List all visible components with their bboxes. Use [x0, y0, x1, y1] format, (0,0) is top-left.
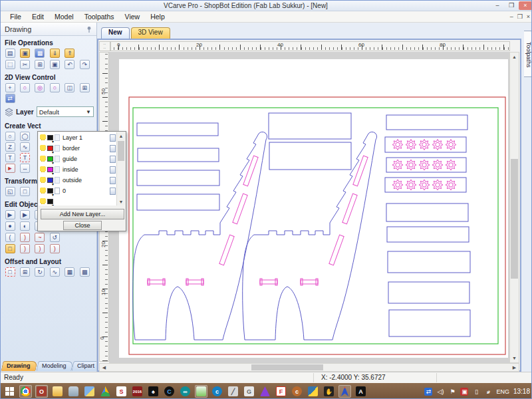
- layer-row-item-partial[interactable]: [39, 196, 117, 205]
- open-file-icon[interactable]: [20, 49, 30, 58]
- tab-clipart[interactable]: Clipart: [71, 361, 97, 371]
- child-minimize-button[interactable]: –: [510, 13, 513, 20]
- copy-icon[interactable]: [35, 60, 45, 69]
- subtract-icon[interactable]: [20, 221, 30, 231]
- layer-color-swatch[interactable]: [47, 199, 53, 204]
- layer-row-item[interactable]: Layer 1: [39, 132, 117, 143]
- join-icon[interactable]: [20, 233, 30, 242]
- split-view-icon[interactable]: [80, 83, 90, 92]
- reverse-icon[interactable]: [50, 233, 60, 242]
- file-explorer-icon[interactable]: [51, 385, 64, 398]
- grid-array-icon[interactable]: [20, 267, 30, 277]
- curve-fit-icon[interactable]: [35, 233, 45, 242]
- node-corner-icon[interactable]: [50, 244, 60, 253]
- new-file-icon[interactable]: [5, 49, 15, 58]
- select-all-icon[interactable]: [5, 60, 15, 69]
- layer-select-icon[interactable]: [110, 156, 116, 163]
- horizontal-scrollbar[interactable]: ◀ ▶: [99, 363, 519, 372]
- visibility-bulb-icon[interactable]: [40, 198, 46, 205]
- offset-icon[interactable]: [5, 267, 15, 277]
- vcarve-icon[interactable]: [338, 385, 351, 398]
- vertical-scroll-thumb[interactable]: [511, 159, 518, 279]
- layer-row-item[interactable]: inside: [39, 164, 117, 175]
- nesting-icon[interactable]: [65, 267, 74, 277]
- google-drive-icon[interactable]: [99, 385, 112, 398]
- infinity-app-icon[interactable]: ∞: [179, 385, 192, 398]
- undo-icon[interactable]: [65, 60, 74, 69]
- popup-scrollbar[interactable]: ▲ ▼: [116, 132, 125, 205]
- corel-c-icon[interactable]: C: [163, 385, 176, 398]
- layer-row-item[interactable]: 0: [39, 186, 117, 196]
- layer-select-icon[interactable]: [110, 177, 116, 184]
- dimension-icon[interactable]: [20, 164, 30, 173]
- scroll-right-icon[interactable]: ▶: [511, 364, 518, 371]
- copy-along-vector-icon[interactable]: [50, 267, 60, 277]
- scroll-down-icon[interactable]: ▼: [511, 354, 518, 362]
- node-insert-icon[interactable]: [5, 244, 15, 253]
- curve-icon[interactable]: [20, 142, 30, 152]
- volume-tray-icon[interactable]: ◁): [436, 388, 444, 396]
- restore-button[interactable]: ❒: [505, 1, 518, 10]
- database-icon[interactable]: [67, 385, 80, 398]
- layer-select-icon[interactable]: [110, 188, 116, 195]
- office-2016-icon[interactable]: 2016: [131, 385, 144, 398]
- menu-file[interactable]: File: [5, 12, 27, 21]
- zoom-extents-icon[interactable]: [65, 83, 74, 92]
- network-tray-icon[interactable]: ⸙: [484, 388, 492, 396]
- switch-view-icon[interactable]: [5, 94, 15, 103]
- add-new-layer-button[interactable]: Add New Layer...: [41, 209, 124, 219]
- child-restore-button[interactable]: ❒: [517, 13, 523, 20]
- fillet-icon[interactable]: [5, 233, 15, 242]
- layer-select-icon[interactable]: [110, 134, 116, 142]
- circular-array-icon[interactable]: [35, 267, 45, 277]
- pin-icon[interactable]: [86, 26, 92, 33]
- security-tray-icon[interactable]: ▣: [460, 388, 468, 396]
- spade-app-icon[interactable]: ♠: [147, 385, 160, 398]
- visibility-bulb-icon[interactable]: [40, 145, 46, 152]
- f-app-icon[interactable]: F: [275, 385, 287, 398]
- visibility-bulb-icon[interactable]: [40, 156, 46, 163]
- documents-icon[interactable]: [83, 385, 96, 398]
- start-button[interactable]: [3, 385, 16, 398]
- layer-row-item[interactable]: border: [39, 143, 117, 154]
- paste-icon[interactable]: [50, 60, 60, 69]
- corel-s-icon[interactable]: S: [115, 385, 128, 398]
- size-icon[interactable]: [20, 187, 30, 196]
- layer-combobox[interactable]: Default ▼: [37, 106, 94, 117]
- scroll-left-icon[interactable]: ◀: [100, 364, 108, 371]
- tab-3d-view[interactable]: 3D View: [131, 27, 170, 39]
- pan-icon[interactable]: [5, 83, 15, 92]
- g-app-icon[interactable]: G: [243, 385, 255, 398]
- toolpaths-tab[interactable]: Toolpaths: [524, 31, 532, 77]
- menu-model[interactable]: Model: [49, 12, 79, 21]
- circle-icon[interactable]: [5, 132, 15, 141]
- ellipse-icon[interactable]: [20, 132, 30, 141]
- action-center-icon[interactable]: ⚑: [448, 388, 456, 396]
- menu-view[interactable]: View: [120, 12, 146, 21]
- clock[interactable]: 13:18: [513, 388, 530, 395]
- close-button[interactable]: ×: [519, 1, 532, 10]
- visibility-bulb-icon[interactable]: [40, 134, 46, 142]
- save-file-icon[interactable]: [35, 49, 45, 58]
- select-icon[interactable]: [5, 210, 15, 219]
- opera-icon[interactable]: O: [35, 385, 48, 398]
- node-delete-icon[interactable]: [20, 244, 30, 253]
- menu-toolpaths[interactable]: Toolpaths: [79, 12, 120, 21]
- menu-edit[interactable]: Edit: [27, 12, 49, 21]
- export-vectors-icon[interactable]: [65, 49, 74, 58]
- copper-c-icon[interactable]: c: [291, 385, 303, 398]
- layer-color-swatch[interactable]: [47, 156, 53, 162]
- scroll-up-icon[interactable]: ▲: [511, 53, 518, 61]
- language-indicator[interactable]: ENG: [496, 388, 509, 395]
- visibility-bulb-icon[interactable]: [40, 188, 46, 195]
- node-edit-icon[interactable]: [20, 210, 30, 219]
- popup-scroll-thumb[interactable]: [118, 141, 124, 161]
- drawing-canvas[interactable]: [109, 52, 509, 363]
- c-app-icon[interactable]: c: [211, 385, 223, 398]
- popup-scroll-down-icon[interactable]: ▼: [118, 198, 124, 205]
- visibility-bulb-icon[interactable]: [40, 166, 46, 174]
- popup-scroll-up-icon[interactable]: ▲: [118, 132, 124, 140]
- notepad-icon[interactable]: [195, 385, 207, 398]
- scale-icon[interactable]: [5, 187, 15, 196]
- draw-icon[interactable]: [5, 164, 15, 173]
